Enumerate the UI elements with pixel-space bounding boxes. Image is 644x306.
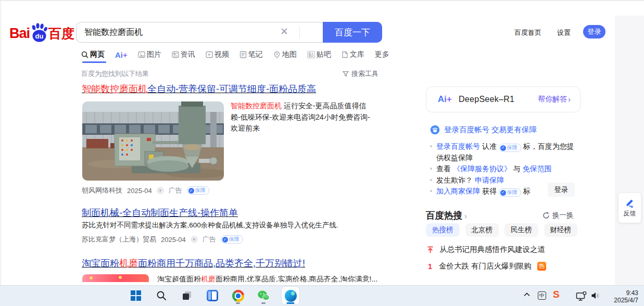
results-count-text: 百度为您找到以下结果 [81,69,149,79]
protection-item-1: 登录百度帐号 认准 ✓保障 标，百度为您提供权益保障 [430,141,575,163]
pencil-icon [625,198,635,208]
tab-wenku[interactable]: 文库 [342,50,364,59]
result3-description: 淘宝超值面粉机磨面粉商用,优享品质,实惠价格,商品齐全,淘你满意!... [157,274,377,282]
baidu-logo[interactable]: Bai du 百度 [9,23,74,44]
apply-protection-link[interactable]: 申请保障 [475,176,504,184]
result3-title-link[interactable]: 淘宝面粉机磨面粉商用千万商品,品类齐全,千万别错过! [82,257,305,270]
monitor-network-icon [576,291,587,301]
result1-title-link[interactable]: 智能数控磨面机全自动-营养保留-可调节细度-面粉品质高 [82,83,316,95]
service-agreement-link[interactable]: 《保障服务协议》 [453,164,511,173]
task-view-button[interactable] [180,286,194,305]
tray-show-hidden-icons[interactable] [523,290,531,300]
tab-news[interactable]: 资讯 [172,50,195,59]
window-left-border [1,0,1,285]
chrome-button[interactable] [231,286,245,305]
volume-icon[interactable] [591,291,601,302]
funnel-icon [343,71,349,77]
hot-tab-beijing[interactable]: 北京榜 [465,223,499,237]
clock-time: 9:43 [626,289,638,297]
windows-taskbar [0,285,644,306]
result1-thumbnail-image[interactable] [82,101,224,181]
header-login-button[interactable]: 登录 [583,25,605,39]
windows-logo-icon [131,290,141,301]
note-icon [239,51,247,58]
wechat-button[interactable] [256,286,271,305]
hot-item-pinned[interactable]: 从总书记用典感悟作风建设之道 [427,245,545,254]
hot-search-title[interactable]: 百度热搜 › [426,209,467,222]
hot-tab-trending[interactable]: 热搜榜 [426,223,460,237]
exemption-scope-link[interactable]: 免保范围 [523,164,552,173]
edge-button-active[interactable] [282,287,299,304]
protection-item-4: 加入商家保障 获得 ✓保障 标 [430,185,531,197]
settings-link[interactable]: 设置 [557,28,571,37]
result2-title-link[interactable]: 制面机械-全自动制面生产线-操作简单 [82,207,238,219]
ai-plus-logo-icon: Ai+ [438,94,452,105]
result1-protection-badge[interactable]: ✓保障 [187,186,209,195]
speaker-icon [591,291,601,300]
hot-item-1[interactable]: 1 金价大跌 有门店火爆到限购 热 [428,261,546,271]
protection-badge: ✓保障 [499,188,521,197]
hot-tab-finance[interactable]: 财经榜 [544,223,578,237]
result2-protection-badge[interactable]: ✓保障 [221,235,243,244]
deepseek-cta-link[interactable]: 帮你解答› [538,95,571,104]
result1-source[interactable]: 朝风网络科技 [82,186,122,195]
result3-thumbnail-image[interactable] [82,274,149,282]
feedback-button[interactable]: 反馈 [618,193,641,223]
clear-search-icon[interactable]: ✕ [280,26,288,37]
document-icon [342,51,348,58]
baidu-search-page: Bai du 百度 ✕ 百度一下 百度首页 设置 登录 网页 Ai+ 图片 [0,0,644,306]
bullet-dot [430,190,432,192]
taskbar-search-button[interactable] [154,286,169,305]
join-merchant-protection-link[interactable]: 加入商家保障 [436,187,480,195]
result1-description: 智能数控磨面机 运行安全-更高品质值得信赖-低噪环保-欢迎来电咨询24小时免费咨… [231,100,374,134]
rank-number: 1 [428,262,433,271]
news-icon [172,51,179,58]
login-account-link[interactable]: 登录百度帐号 [436,142,480,150]
hot-badge: 热 [537,262,546,271]
result1-dropdown-icon[interactable]: ▾ [157,187,164,194]
hot-search-refresh-button[interactable]: 换一换 [542,211,574,220]
tab-maps[interactable]: 地图 [273,50,297,59]
refresh-icon [542,212,550,219]
result1-date: 2025-04 [127,187,152,195]
sogou-input-icon[interactable]: S [553,289,560,300]
search-tools-button[interactable]: 搜索工具 [343,69,378,79]
ime-language-icon[interactable]: 中 [538,291,546,300]
tab-tieba[interactable]: 贴 贴吧 [307,50,331,59]
pinned-blue-app-button[interactable] [205,286,220,305]
result2-description: 苏比克针对不同需求提出解决方案,600余种食品机械,支持设备单独导入优化生产线. [82,221,373,230]
search-icon [156,290,167,301]
hot-tab-livelihood[interactable]: 民生榜 [504,223,538,237]
tab-images[interactable]: 图片 [138,50,161,59]
result3-partial-row: 淘宝超值面粉机磨面粉商用,优享品质,实惠价格,商品齐全,淘你满意!... [82,274,379,282]
check-icon: ✓ [500,145,506,151]
network-icon[interactable] [576,291,587,303]
protection-item-3: 发生欺诈？ 申请保障 [430,174,504,186]
tab-more[interactable]: 更多 [375,50,389,59]
tab-videos[interactable]: 视频 [206,50,229,59]
running-indicator [261,302,266,304]
tab-web[interactable]: 网页 [81,50,105,59]
result1-ad-label: 广告 [169,186,182,195]
protection-header[interactable]: 登录百度帐号 交易更有保障 [430,125,537,135]
tab-notes[interactable]: 笔记 [239,50,263,59]
check-icon: ✓ [188,188,194,194]
sidebar-login-button[interactable]: 登录 [548,183,575,197]
start-button[interactable] [129,286,143,305]
window-top-border [0,0,644,1]
image-icon [138,51,145,58]
baidu-home-link[interactable]: 百度首页 [514,28,541,37]
deepseek-card[interactable]: Ai+ DeepSeek–R1 帮你解答› [426,86,580,112]
blue-app-icon [207,290,218,301]
result2-dropdown-icon[interactable]: ▾ [191,236,198,243]
bullet-dot [430,179,432,181]
result2-source[interactable]: 苏比克富梦（上海）贸易 [82,235,156,244]
chevron-up-icon [523,291,531,298]
tab-ai[interactable]: Ai+ [115,50,128,59]
map-pin-icon [273,51,281,58]
taskbar-clock[interactable]: 9:43 2025/4/7 [603,289,638,304]
ai-plus-icon: Ai+ [115,50,128,59]
search-input[interactable] [84,23,277,42]
right-gutter [615,16,644,285]
baidu-search-button[interactable]: 百度一下 [323,22,382,43]
